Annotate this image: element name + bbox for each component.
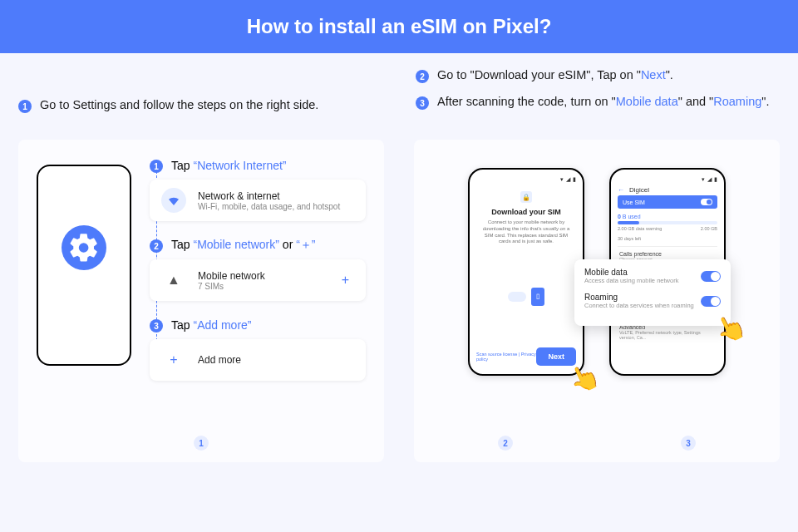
tile-add-more[interactable]: + Add more xyxy=(150,339,366,381)
plus-icon[interactable]: + xyxy=(337,273,354,288)
page-title: How to install an eSIM on Pixel? xyxy=(247,15,552,38)
next-button[interactable]: Next xyxy=(536,347,576,366)
signal-icon: ◢ xyxy=(707,176,712,183)
mobile-data-link: Mobile data xyxy=(616,95,678,108)
roaming-row[interactable]: RoamingConnect to data services when roa… xyxy=(584,293,721,309)
page-body: 1 Go to Settings and follow the steps on… xyxy=(0,53,798,532)
settings-phone-mock: Settings xyxy=(37,165,131,366)
step-2-bullet: 2 xyxy=(150,239,163,253)
tile-mobile-network[interactable]: ▲ Mobile network 7 SIMs + xyxy=(150,259,366,301)
download-sim-title: Download your SIM xyxy=(476,208,576,216)
download-illustration: ▯ xyxy=(476,245,576,347)
badge-1: 1 xyxy=(194,436,209,451)
back-icon[interactable]: ← xyxy=(618,186,624,194)
instruction-2-text: Go to "Download your eSIM", Tap on "Next… xyxy=(437,68,673,81)
badge-2: 2 xyxy=(498,436,513,451)
plus-icon: + xyxy=(161,347,186,372)
tile-subtitle: 7 SIMs xyxy=(198,282,325,291)
step-1: 1 Tap “Network Internet” Network & inter… xyxy=(150,158,366,221)
data-meter xyxy=(618,221,717,224)
instruction-1-text: Go to Settings and follow the steps on t… xyxy=(40,98,318,111)
wifi-icon: ▾ xyxy=(702,176,705,183)
step-3-bullet: 3 xyxy=(150,319,163,332)
tile-network-internet[interactable]: Network & internet Wi-Fi, mobile, data u… xyxy=(150,180,366,221)
privacy-link[interactable]: Scan source license | Privacy policy xyxy=(476,352,536,362)
badge-3: 3 xyxy=(681,436,696,451)
cloud-icon xyxy=(508,292,526,302)
phone-sim-settings: ▾◢▮ ←Digicel Use SIM 0 B used 2.00 GB da… xyxy=(609,168,726,376)
card-2-footer: 2 3 xyxy=(414,436,780,451)
step-1-bullet: 1 xyxy=(150,160,163,173)
settings-label: Settings xyxy=(54,288,113,306)
toggle-overlay: Mobile dataAccess data using mobile netw… xyxy=(574,259,731,326)
use-sim-toggle[interactable] xyxy=(701,199,712,205)
bullet-1: 1 xyxy=(18,100,32,113)
card-settings-steps: Settings 1 Tap “Network Internet” xyxy=(18,140,384,462)
sim-icon: ▯ xyxy=(531,288,544,306)
wifi-icon: ▾ xyxy=(560,176,564,183)
tile-title: Network & internet xyxy=(198,190,354,202)
tile-title: Mobile network xyxy=(198,270,325,282)
battery-icon: ▮ xyxy=(714,176,717,183)
mobile-data-toggle[interactable] xyxy=(701,271,721,282)
gear-icon xyxy=(62,225,106,270)
carrier-name: Digicel xyxy=(629,186,649,194)
phone-download-sim: ▾◢▮ 🔒 Download your SIM Connect to your … xyxy=(468,168,584,376)
step-2: 2 Tap “Mobile network” or “＋” ▲ Mobile n… xyxy=(150,238,366,301)
signal-icon: ▲ xyxy=(161,268,186,293)
card-1-footer: 1 xyxy=(18,436,384,451)
mobile-data-row[interactable]: Mobile dataAccess data using mobile netw… xyxy=(584,268,721,284)
instructions: 1 Go to Settings and follow the steps on… xyxy=(18,68,780,125)
page-banner: How to install an eSIM on Pixel? xyxy=(0,0,798,53)
bullet-3: 3 xyxy=(416,96,429,110)
lock-icon: 🔒 xyxy=(520,191,532,203)
step-3: 3 Tap “Add more” + Add more xyxy=(150,318,366,381)
roaming-toggle[interactable] xyxy=(701,296,721,307)
instruction-2: 2 Go to "Download your eSIM", Tap on "Ne… xyxy=(416,68,780,83)
signal-icon: ◢ xyxy=(566,176,570,183)
use-sim-row[interactable]: Use SIM xyxy=(618,195,717,209)
battery-icon: ▮ xyxy=(573,176,576,183)
tile-title: Add more xyxy=(198,354,354,366)
instruction-3: 3 After scanning the code, turn on "Mobi… xyxy=(416,95,780,110)
status-bar: ▾◢▮ xyxy=(618,176,717,183)
next-link: Next xyxy=(641,68,666,81)
status-bar: ▾◢▮ xyxy=(476,176,576,183)
instruction-1: 1 Go to Settings and follow the steps on… xyxy=(18,98,318,113)
tile-subtitle: Wi-Fi, mobile, data usage, and hotspot xyxy=(198,202,354,211)
download-sim-body: Connect to your mobile network by downlo… xyxy=(476,219,576,245)
card-phone-mocks: ▾◢▮ 🔒 Download your SIM Connect to your … xyxy=(414,140,780,462)
roaming-link: Roaming xyxy=(713,95,761,108)
instruction-3-text: After scanning the code, turn on "Mobile… xyxy=(437,95,769,108)
steps-column: 1 Tap “Network Internet” Network & inter… xyxy=(150,158,366,407)
bullet-2: 2 xyxy=(416,70,429,83)
cards-row: Settings 1 Tap “Network Internet” xyxy=(18,140,780,462)
wifi-icon xyxy=(161,188,186,213)
